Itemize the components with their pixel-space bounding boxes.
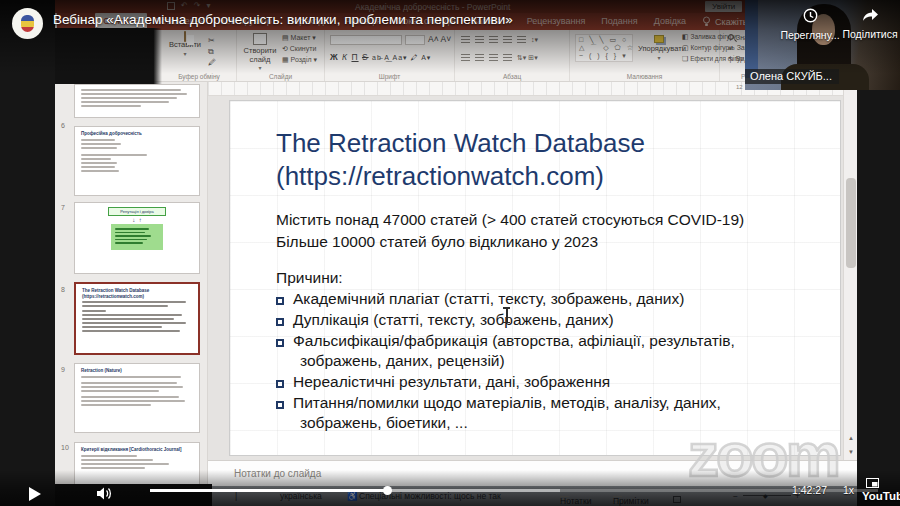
checkbox-bullet-icon [276, 318, 284, 326]
section-button[interactable]: ▦ Розділ ▾ [282, 56, 317, 64]
paste-icon [184, 31, 186, 42]
quick-access-toolbar[interactable]: ↶ ↷ ▾ [167, 1, 210, 10]
slide-canvas[interactable]: The Retraction Watch Database (https://r… [229, 100, 841, 456]
lightbulb-icon [702, 16, 711, 27]
share-arrow-icon [862, 8, 879, 22]
diagram-arrows: ↓ ↑ [75, 217, 199, 223]
clock-icon [803, 8, 818, 23]
tab-help[interactable]: Довідка [646, 13, 694, 30]
tab-view[interactable]: Подання [593, 13, 645, 30]
font-size-box[interactable] [405, 35, 425, 45]
drawing-group: □ ╲ ╲ ▭ ○ △ ⌒ ◇ ⬠ ☆ ~ ( ) { } ▾ Упорядку… [570, 30, 720, 81]
youtube-logo[interactable]: YouTube [862, 490, 900, 502]
slide-title-textbox[interactable]: The Retraction Watch Database (https://r… [276, 127, 736, 193]
layout-button[interactable]: ▤ Макет ▾ [282, 34, 317, 42]
next-slide-button[interactable]: ▼ [844, 446, 858, 459]
dark-overlay-region [55, 28, 162, 84]
text-cursor [502, 307, 511, 323]
play-button[interactable] [28, 486, 42, 502]
thumbnail-slide-8-selected[interactable]: The Retraction Watch Database (https://r… [74, 282, 200, 355]
screen: ↶ ↷ ▾ Академічна доброчесність - PowerPo… [0, 0, 900, 506]
vertical-scrollbar[interactable]: ▲ ▲ ▼ [843, 82, 857, 460]
save-icon[interactable] [167, 2, 175, 10]
ribbon: Вставити▾ ✂⧉🖉 Буфер обміну Створити слай… [55, 30, 857, 82]
channel-avatar[interactable] [12, 8, 43, 39]
shapes-gallery[interactable]: □ ╲ ╲ ▭ ○ △ ⌒ ◇ ⬠ ☆ ~ ( ) { } ▾ [575, 34, 633, 62]
previous-slide-button[interactable]: ▲ [844, 432, 858, 445]
slide-bullet-list[interactable]: Академічний плагіат (статті, тексту, зоб… [276, 289, 776, 434]
reset-button[interactable]: ⟲ Скинути [282, 45, 317, 53]
video-title[interactable]: Вебінар «Академічна доброчесність: викли… [53, 12, 513, 27]
qat-dropdown-icon[interactable]: ▾ [206, 1, 210, 10]
slide-intro-textbox[interactable]: Містить понад 47000 статей (> 400 статей… [276, 209, 781, 253]
slides-group: Створити слайд▾ ▤ Макет ▾ ⟲ Скинути ▦ Ро… [237, 30, 325, 81]
thumbnail-slide-5-partial[interactable] [74, 84, 200, 118]
undo-icon[interactable]: ↶ [181, 1, 188, 10]
window-title: Академічна доброчесність - PowerPoint [355, 2, 510, 12]
arrange-button[interactable]: Упорядкувати▾ [638, 35, 680, 62]
checkbox-bullet-icon [276, 380, 284, 388]
scrollbar-thumb[interactable] [846, 178, 856, 268]
slide-editing-area: 12 13 14 15 16 The Retraction Watch Data… [208, 82, 843, 460]
font-group: A˄ A˅ Ж К П S ab̶ A͟ Aa▾ 🖍 A▾ Шрифт [325, 30, 455, 81]
video-background-flag [745, 0, 758, 78]
clipboard-group: Вставити▾ ✂⧉🖉 Буфер обміну [162, 30, 237, 81]
participant-name-label: Олена СКУЙБ... [745, 69, 839, 84]
checkbox-bullet-icon [276, 401, 284, 409]
bullet-item: Нереалістичні результати, дані, зображен… [276, 372, 776, 392]
volume-button[interactable] [96, 486, 114, 501]
bullet-item: Дуплікація (статті, тексту, зображень, д… [276, 310, 776, 330]
slide-reasons-label[interactable]: Причини: [276, 269, 343, 287]
watch-later-button[interactable]: Перегляну... [778, 8, 842, 41]
played-bar [150, 489, 388, 492]
time-display: 1:42:27 [792, 484, 827, 496]
letterbox-left [0, 0, 55, 506]
thumbnail-slide-9[interactable]: Retraction (Nature) [74, 363, 200, 433]
university-crest-icon [21, 15, 34, 32]
playback-speed[interactable]: 1x [843, 484, 854, 496]
cut-copy-buttons[interactable]: ✂⧉🖉 [208, 35, 216, 68]
miniplayer-icon[interactable] [866, 478, 879, 488]
diagram-list-box [111, 224, 163, 250]
checkbox-bullet-icon [276, 339, 284, 347]
slide-thumbnail-panel[interactable]: 6 Професійна доброчесність 7 Репутація і… [55, 82, 208, 486]
progress-bar[interactable] [150, 489, 878, 492]
new-slide-button[interactable]: Створити слайд▾ [241, 33, 279, 72]
search-icon [728, 34, 734, 40]
paragraph-group: ↕▾ ⇅▾ ⊞▾ Абзац [455, 30, 570, 81]
list-buttons[interactable]: ↕▾ [461, 36, 538, 44]
checkbox-bullet-icon [276, 297, 284, 305]
youtube-bottom-overlay: 1:42:27 1x YouTube [0, 470, 900, 506]
thumbnail-slide-7[interactable]: Репутація і довіра ↓ ↑ [74, 202, 200, 274]
tab-review[interactable]: Рецензування [519, 13, 594, 30]
thumbnail-slide-6[interactable]: Професійна доброчесність [74, 126, 200, 196]
bullet-item: Академічний плагіат (статті, тексту, зоб… [276, 289, 776, 309]
sign-in-button[interactable]: Увійти [705, 1, 742, 12]
align-buttons[interactable]: ⇅▾ ⊞▾ [461, 54, 538, 62]
paste-button[interactable]: Вставити▾ [168, 33, 202, 58]
font-format-buttons[interactable]: Ж К П S ab̶ A͟ Aa▾ 🖍 A▾ [330, 52, 431, 62]
share-button[interactable]: Поділитися [842, 8, 898, 40]
redo-icon[interactable]: ↷ [194, 1, 201, 10]
playhead[interactable] [383, 486, 392, 495]
bullet-item: Фальсифікація/фабрикація (авторства, афі… [276, 331, 776, 371]
font-name-box[interactable] [330, 35, 402, 45]
grow-shrink-font-buttons[interactable]: A˄ A˅ [428, 34, 451, 44]
